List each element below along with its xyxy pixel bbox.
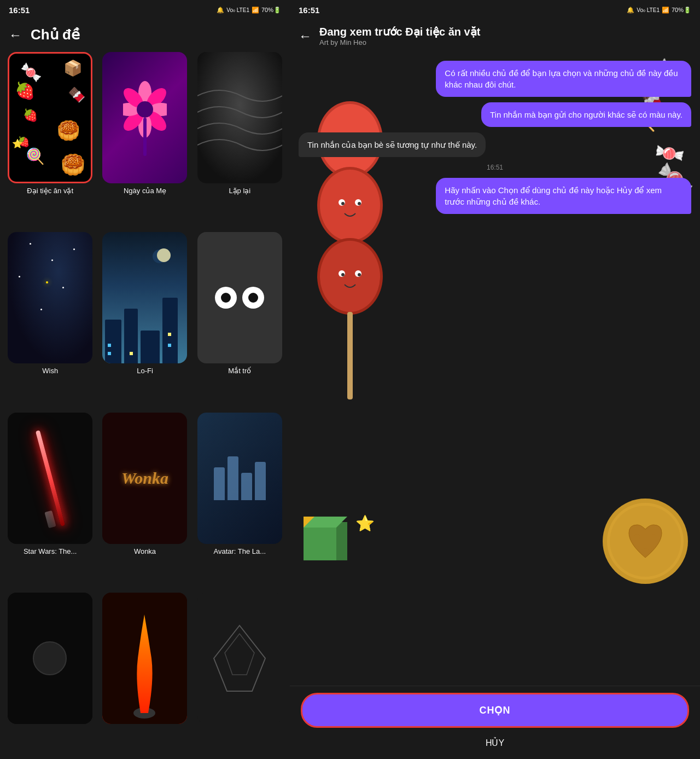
battery-right: 70%🔋 — [672, 7, 691, 14]
theme-thumbnail-bottom2[interactable] — [102, 593, 187, 724]
svg-point-12 — [33, 642, 66, 675]
header-right: ← Đang xem trước Đại tiệc ăn vặt Art by … — [290, 20, 700, 52]
right-panel: 16:51 🔔 Vo₀ LTE1 📶 70%🔋 ← Đang xem trước… — [290, 0, 700, 759]
wonka-logo: Wonka — [121, 469, 168, 488]
msg-received-1: Tin nhắn của bạn bè sẽ tương tự như thế … — [299, 132, 486, 157]
theme-item-starwars[interactable]: Star Wars: The... — [5, 413, 95, 587]
signal-text: Vo₀ LTE1 — [226, 7, 249, 13]
svg-rect-9 — [143, 118, 147, 156]
theme-thumbnail-bottom3[interactable] — [197, 593, 282, 724]
svg-rect-10 — [197, 52, 282, 183]
battery-left: 70%🔋 — [261, 7, 281, 14]
theme-thumbnail-lofi[interactable] — [102, 232, 187, 363]
status-bar-left: 16:51 🔔 Vo₀ LTE1 📶 70%🔋 — [0, 0, 290, 20]
signal-bars-r: 📶 — [662, 7, 669, 14]
theme-thumbnail-snack[interactable]: 🍬 📦 🍓 🍫 🍓 🥮 🍓 🍭 🥮 ⭐ — [8, 52, 92, 183]
header-right-text: Đang xem trước Đại tiệc ăn vặt Art by Mi… — [319, 25, 480, 47]
theme-item-repeat[interactable]: Lặp lại — [195, 52, 284, 227]
time-left: 16:51 — [9, 5, 30, 15]
theme-thumbnail-mothers[interactable] — [102, 52, 187, 183]
cancel-button[interactable]: HỦY — [301, 732, 689, 754]
bottom2-svg — [102, 593, 187, 724]
header-left: ← Chủ đề — [0, 20, 290, 52]
theme-item-avatar[interactable]: Avatar: The La... — [195, 413, 284, 587]
theme-thumbnail-wish[interactable] — [8, 232, 92, 363]
back-button-right[interactable]: ← — [299, 28, 312, 44]
theme-item-lofi[interactable]: Lo-Fi — [100, 232, 189, 407]
flower-svg — [123, 71, 167, 159]
theme-label-avatar: Avatar: The La... — [214, 547, 266, 555]
eye-right — [242, 287, 264, 309]
bottom1-svg — [8, 593, 92, 724]
themes-grid: 🍬 📦 🍓 🍫 🍓 🥮 🍓 🍭 🥮 ⭐ Đại tiệc ăn vặt — [0, 52, 290, 759]
theme-thumbnail-bottom1[interactable] — [8, 593, 92, 724]
theme-item-mothers[interactable]: Ngày của Mẹ — [100, 52, 189, 227]
msg-timestamp: 16:51 — [487, 164, 503, 171]
theme-item-wish[interactable]: Wish — [5, 232, 95, 407]
msg-sent-1: Có rất nhiều chủ đề để bạn lựa chọn và n… — [436, 61, 691, 97]
signal-bars: 📶 — [252, 7, 259, 14]
bottom-actions: CHỌN HỦY — [290, 686, 700, 759]
signal-text-r: Vo₀ LTE1 — [637, 7, 660, 13]
theme-label-wish: Wish — [42, 367, 58, 375]
theme-item-snack[interactable]: 🍬 📦 🍓 🍫 🍓 🥮 🍓 🍭 🥮 ⭐ Đại tiệc ăn vặt — [5, 52, 95, 227]
theme-label-repeat: Lặp lại — [229, 187, 250, 195]
notification-icon: 🔔 — [217, 7, 224, 14]
choose-button[interactable]: CHỌN — [301, 693, 689, 728]
theme-item-wonka[interactable]: Wonka Wonka — [100, 413, 189, 587]
eye-left — [215, 287, 237, 309]
theme-label-mothers: Ngày của Mẹ — [124, 187, 166, 195]
preview-title: Đang xem trước Đại tiệc ăn vặt — [319, 25, 480, 38]
theme-thumbnail-eyes[interactable] — [197, 232, 282, 363]
chat-preview: 🍬 🍫 🍬 — [290, 52, 700, 686]
theme-label-lofi: Lo-Fi — [137, 367, 153, 375]
preview-subtitle: Art by Min Heo — [319, 38, 480, 47]
theme-label-wonka: Wonka — [134, 547, 156, 555]
theme-item-bottom1[interactable] — [5, 593, 95, 759]
notification-icon-r: 🔔 — [627, 7, 634, 14]
theme-thumbnail-repeat[interactable] — [197, 52, 282, 183]
avatar-figures — [214, 456, 266, 500]
theme-thumbnail-wonka[interactable]: Wonka — [102, 413, 187, 544]
page-title-left: Chủ đề — [31, 26, 80, 43]
left-panel: 16:51 🔔 Vo₀ LTE1 📶 70%🔋 ← Chủ đề 🍬 📦 🍓 🍫… — [0, 0, 290, 759]
theme-label-starwars: Star Wars: The... — [24, 547, 77, 555]
status-icons-left: 🔔 Vo₀ LTE1 📶 70%🔋 — [217, 7, 281, 14]
repeat-svg — [197, 52, 282, 183]
msg-sent-3: Hãy nhấn vào Chọn để dùng chủ đề này hoặ… — [436, 178, 691, 214]
theme-label-eyes: Mắt trố — [228, 367, 251, 375]
theme-item-bottom2[interactable] — [100, 593, 189, 759]
theme-item-eyes[interactable]: Mắt trố — [195, 232, 284, 407]
theme-thumbnail-avatar[interactable] — [197, 413, 282, 544]
bottom3-svg — [197, 593, 282, 724]
svg-point-8 — [137, 101, 153, 118]
theme-item-bottom3[interactable] — [195, 593, 284, 759]
theme-label-snack: Đại tiệc ăn vặt — [27, 187, 73, 195]
status-icons-right: 🔔 Vo₀ LTE1 📶 70%🔋 — [627, 7, 691, 14]
back-button-left[interactable]: ← — [9, 27, 22, 43]
time-right: 16:51 — [299, 5, 319, 15]
status-bar-right: 16:51 🔔 Vo₀ LTE1 📶 70%🔋 — [290, 0, 700, 20]
messages-container: Có rất nhiều chủ đề để bạn lựa chọn và n… — [290, 52, 700, 686]
msg-sent-2: Tin nhắn mà bạn gửi cho người khác sẽ có… — [481, 102, 691, 127]
theme-thumbnail-starwars[interactable] — [8, 413, 92, 544]
svg-rect-15 — [197, 593, 282, 724]
